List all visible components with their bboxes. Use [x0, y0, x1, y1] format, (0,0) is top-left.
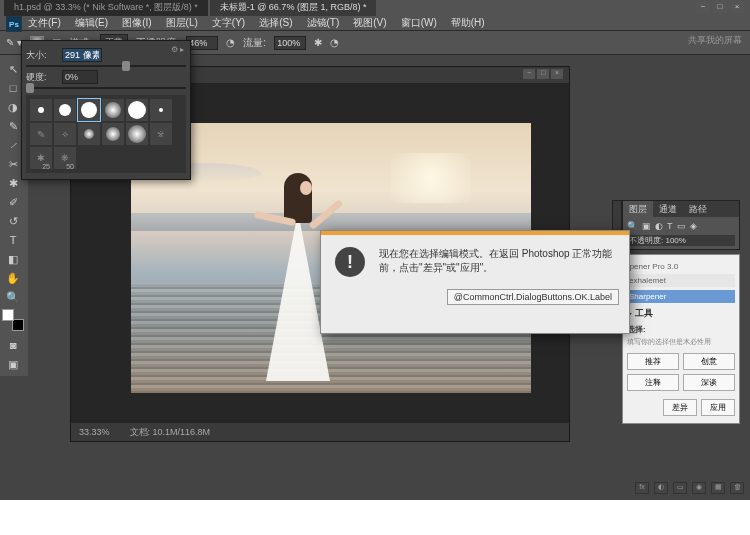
brush-preset[interactable]: [126, 123, 148, 145]
doc-minimize[interactable]: −: [523, 69, 535, 79]
document-tabbar: h1.psd @ 33.3% (* Nik Software *, 图层版/8)…: [0, 0, 750, 15]
brush-preset[interactable]: [54, 99, 76, 121]
plugin-cancel-button[interactable]: 差异: [663, 399, 697, 416]
menu-view[interactable]: 视图(V): [353, 16, 386, 30]
brush-preset[interactable]: [150, 99, 172, 121]
brush-picker-panel: ⚙ ▸ 大小: 硬度: 0% ✎ ✧ ※ ✱25 ❋50: [21, 40, 191, 180]
brush-preset[interactable]: ※: [150, 123, 172, 145]
layers-panel: 图层 通道 路径 🔍▣◐T▭◈ 不透明度: 100%: [622, 200, 740, 250]
plugin-btn-deep[interactable]: 深谈: [683, 374, 735, 391]
brush-size-slider[interactable]: [26, 65, 186, 67]
flow-input[interactable]: [274, 36, 306, 50]
panel-btn[interactable]: ◉: [692, 482, 706, 494]
menu-image[interactable]: 图像(I): [122, 16, 151, 30]
brush-tool[interactable]: ✐: [2, 192, 24, 210]
plugin-desc: 填写你的选择但是木必性用: [627, 337, 735, 347]
tab-paths[interactable]: 路径: [683, 201, 713, 217]
plugin-item-selected[interactable]: Sharpener: [627, 290, 735, 303]
brush-preset[interactable]: [78, 123, 100, 145]
modal-dialog: ! 现在您在选择编辑模式。在返回 Photoshop 正常功能前，点击"差异"或…: [320, 230, 630, 334]
brush-hardness-slider[interactable]: [26, 87, 186, 89]
opacity-input[interactable]: [186, 36, 218, 50]
panel-btn[interactable]: ▭: [673, 482, 687, 494]
flow-label: 流量:: [243, 36, 266, 50]
brush-presets: ✎ ✧ ※ ✱25 ❋50: [26, 95, 186, 173]
photoshop-window: h1.psd @ 33.3% (* Nik Software *, 图层版/8)…: [0, 0, 750, 500]
menu-select[interactable]: 选择(S): [259, 16, 292, 30]
share-screen-label[interactable]: 共享我的屏幕: [688, 34, 742, 47]
nik-plugin-panel: rpener Pro 3.0 exhalemet Sharpener ▸ 工具 …: [622, 254, 740, 424]
type-tool[interactable]: T: [2, 230, 24, 248]
doc-tab-2[interactable]: 未标题-1 @ 66.7% (图层 1, RGB/8) *: [210, 0, 377, 16]
menu-type[interactable]: 文字(Y): [212, 16, 245, 30]
plugin-title: rpener Pro 3.0: [627, 262, 735, 271]
layer-opacity[interactable]: 不透明度: 100%: [627, 235, 735, 246]
tab-layers[interactable]: 图层: [623, 201, 653, 217]
plugin-section-tools[interactable]: ▸ 工具: [627, 307, 735, 320]
close-button[interactable]: ×: [730, 1, 744, 13]
screenmode-tool[interactable]: ▣: [2, 354, 24, 372]
foreground-color[interactable]: [2, 309, 14, 321]
doc-close[interactable]: ×: [551, 69, 563, 79]
brush-preset[interactable]: [102, 123, 124, 145]
zoom-tool[interactable]: 🔍: [2, 287, 24, 305]
menu-file[interactable]: 文件(F): [28, 16, 61, 30]
menu-edit[interactable]: 编辑(E): [75, 16, 108, 30]
doc-info: 文档: 10.1M/116.8M: [130, 426, 211, 439]
quickmask-tool[interactable]: ◙: [2, 335, 24, 353]
brush-preset[interactable]: [78, 99, 100, 121]
plugin-apply-button[interactable]: 应用: [701, 399, 735, 416]
filter-pill[interactable]: ◈: [690, 221, 697, 231]
brush-hardness-label: 硬度:: [26, 71, 56, 84]
panel-menu-icon[interactable]: ⚙ ▸: [171, 45, 184, 54]
filter-pill[interactable]: ◐: [655, 221, 663, 231]
minimize-button[interactable]: −: [696, 1, 710, 13]
menu-help[interactable]: 帮助(H): [451, 16, 485, 30]
brush-preset[interactable]: ✱25: [30, 147, 52, 169]
brush-tool-icon[interactable]: ✎ ▾: [6, 37, 22, 48]
filter-pill[interactable]: ▣: [642, 221, 651, 231]
zoom-level[interactable]: 33.33%: [79, 427, 110, 437]
menu-layer[interactable]: 图层(L): [166, 16, 198, 30]
panel-btn[interactable]: ◐: [654, 482, 668, 494]
gradient-tool[interactable]: ◧: [2, 249, 24, 267]
brush-hardness-value: 0%: [62, 70, 98, 84]
tab-channels[interactable]: 通道: [653, 201, 683, 217]
dialog-ok-button[interactable]: @CommonCtrl.DialogButtons.OK.Label: [447, 289, 619, 305]
history-tool[interactable]: ↺: [2, 211, 24, 229]
status-bar: 33.33% 文档: 10.1M/116.8M: [71, 423, 569, 441]
maximize-button[interactable]: □: [713, 1, 727, 13]
brush-preset[interactable]: ❋50: [54, 147, 76, 169]
color-swatches[interactable]: [2, 309, 24, 331]
doc-maximize[interactable]: □: [537, 69, 549, 79]
menu-bar: 文件(F) 编辑(E) 图像(I) 图层(L) 文字(Y) 选择(S) 滤镜(T…: [0, 15, 750, 31]
pressure-opacity-icon[interactable]: ◔: [226, 37, 235, 48]
panel-btn[interactable]: fx: [635, 482, 649, 494]
trash-icon[interactable]: 🗑: [730, 482, 744, 494]
warning-icon: !: [335, 247, 365, 277]
pressure-size-icon[interactable]: ◔: [330, 37, 339, 48]
airbrush-icon[interactable]: ✱: [314, 37, 322, 48]
brush-size-input[interactable]: [62, 48, 102, 62]
panel-btn[interactable]: ▦: [711, 482, 725, 494]
dialog-message: 现在您在选择编辑模式。在返回 Photoshop 正常功能前，点击"差异"或"应…: [379, 247, 615, 277]
ps-logo-icon: Ps: [6, 16, 22, 32]
plugin-btn-note[interactable]: 注释: [627, 374, 679, 391]
menu-filter[interactable]: 滤镜(T): [307, 16, 340, 30]
brush-preset[interactable]: [30, 99, 52, 121]
menu-window[interactable]: 窗口(W): [401, 16, 437, 30]
panel-bottom-buttons: fx ◐ ▭ ◉ ▦ 🗑: [635, 482, 744, 494]
brush-size-label: 大小:: [26, 49, 56, 62]
plugin-btn-creative[interactable]: 创意: [683, 353, 735, 370]
brush-preset[interactable]: ✧: [54, 123, 76, 145]
plugin-item[interactable]: exhalemet: [627, 274, 735, 287]
brush-preset[interactable]: ✎: [30, 123, 52, 145]
plugin-btn-recommend[interactable]: 推荐: [627, 353, 679, 370]
hand-tool[interactable]: ✋: [2, 268, 24, 286]
doc-tab-1[interactable]: h1.psd @ 33.3% (* Nik Software *, 图层版/8)…: [4, 0, 208, 16]
canvas-image: [391, 153, 471, 203]
brush-preset[interactable]: [102, 99, 124, 121]
brush-preset[interactable]: [126, 99, 148, 121]
filter-pill[interactable]: T: [667, 221, 673, 231]
filter-pill[interactable]: ▭: [677, 221, 686, 231]
